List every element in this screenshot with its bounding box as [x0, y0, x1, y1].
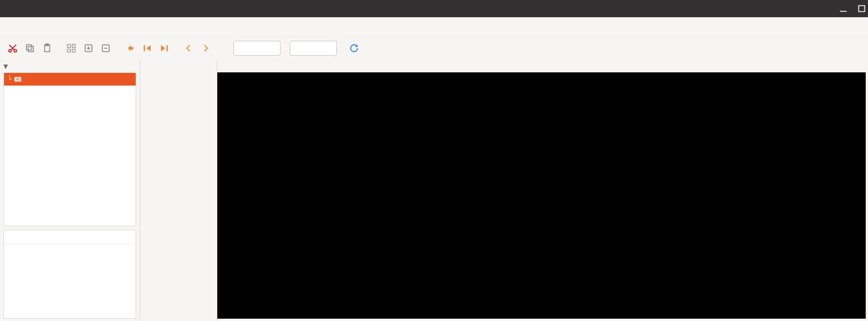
col-signals-header[interactable] [34, 230, 136, 243]
module-icon [14, 75, 22, 83]
signals-header [140, 60, 217, 72]
content: ▼ └ [0, 60, 868, 321]
titlebar [0, 0, 868, 17]
zoom-in-icon[interactable] [82, 41, 95, 55]
minimize-icon[interactable] [839, 5, 847, 13]
prev-edge-icon[interactable] [182, 41, 195, 55]
type-signals-panel[interactable] [3, 230, 136, 319]
type-table-header [4, 230, 136, 244]
waveform-canvas[interactable] [217, 72, 866, 319]
svg-rect-10 [67, 44, 70, 47]
waves-column [217, 60, 868, 321]
zoom-fit-icon[interactable] [64, 41, 78, 55]
svg-rect-9 [46, 44, 49, 46]
cut-icon[interactable] [6, 41, 20, 55]
signals-column [140, 60, 217, 321]
menu-file[interactable] [5, 25, 18, 29]
col-type-header[interactable] [4, 230, 34, 243]
window-controls [839, 0, 866, 17]
menubar [0, 17, 868, 37]
svg-rect-19 [144, 45, 145, 52]
svg-rect-7 [26, 45, 32, 50]
svg-rect-13 [72, 49, 75, 52]
svg-rect-12 [67, 49, 70, 52]
waves-header [217, 60, 868, 72]
arrow-left-icon[interactable] [123, 41, 137, 55]
svg-rect-6 [28, 47, 33, 52]
paste-icon[interactable] [40, 41, 54, 55]
svg-rect-20 [167, 45, 168, 52]
menu-edit[interactable] [18, 25, 32, 29]
sst-panel: ▼ └ [0, 60, 140, 230]
menu-view[interactable] [74, 25, 87, 29]
signals-list[interactable] [143, 72, 214, 319]
skip-start-icon[interactable] [140, 41, 154, 55]
maximize-icon[interactable] [858, 5, 866, 13]
svg-rect-11 [72, 44, 75, 47]
menu-markers[interactable] [60, 25, 74, 29]
toolbar [0, 37, 868, 60]
to-input[interactable] [290, 41, 337, 56]
from-input[interactable] [233, 41, 281, 56]
next-edge-icon[interactable] [199, 41, 213, 55]
menu-search[interactable] [32, 25, 46, 29]
waves-area[interactable] [217, 72, 866, 319]
zoom-out-icon[interactable] [99, 41, 113, 55]
skip-end-icon[interactable] [158, 41, 171, 55]
svg-rect-1 [859, 6, 865, 12]
left-column: ▼ └ [0, 60, 140, 321]
menu-time[interactable] [46, 25, 60, 29]
copy-icon[interactable] [23, 41, 37, 55]
sst-collapse-icon[interactable]: ▼ [3, 63, 8, 69]
sst-tree[interactable]: └ [3, 72, 136, 226]
sst-node-systemc[interactable]: └ [4, 73, 136, 86]
menu-help[interactable] [87, 25, 101, 29]
reload-icon[interactable] [347, 41, 361, 55]
tree-branch-icon: └ [7, 75, 11, 83]
sst-header[interactable]: ▼ [0, 60, 140, 72]
